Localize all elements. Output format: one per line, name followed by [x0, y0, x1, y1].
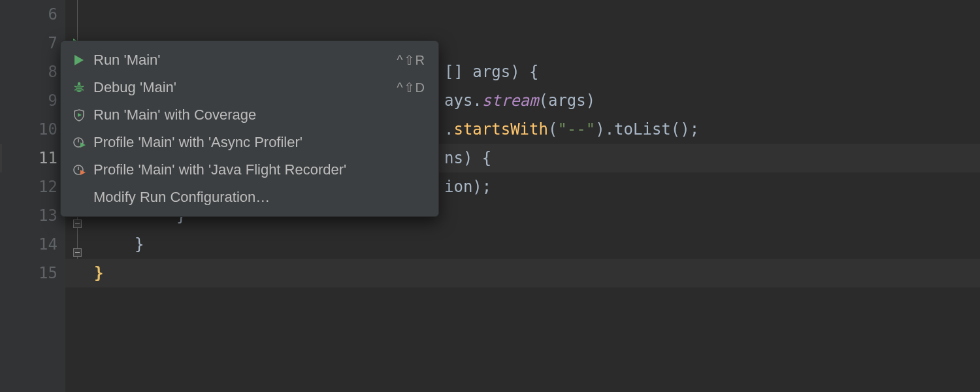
- code-line[interactable]: [65, 0, 980, 29]
- run-icon: [70, 54, 88, 67]
- menu-item-debug[interactable]: Debug 'Main' ^⇧D: [61, 74, 438, 101]
- shield-run-icon: [70, 108, 88, 122]
- code-line[interactable]: }: [65, 259, 980, 287]
- menu-label: Run 'Main': [93, 52, 384, 69]
- line-number: 9: [48, 91, 57, 110]
- menu-shortcut: ^⇧R: [397, 52, 425, 68]
- gutter-row[interactable]: 11: [0, 144, 65, 172]
- line-number: 13: [39, 206, 57, 225]
- code-fragment: stream: [482, 91, 539, 110]
- code-fragment: (args): [539, 91, 596, 110]
- profiler-icon: [70, 136, 88, 149]
- code-fragment: ays.: [444, 91, 482, 110]
- run-context-menu: Run 'Main' ^⇧R Debug 'Main' ^⇧D: [60, 41, 439, 217]
- code-fragment: [] args) {: [444, 63, 539, 81]
- code-fragment: "--": [557, 120, 595, 139]
- gutter-row[interactable]: 15: [0, 259, 65, 287]
- line-number: 6: [48, 5, 57, 24]
- code-fragment: (: [548, 120, 557, 139]
- svg-marker-12: [78, 113, 82, 117]
- menu-item-profile-jfr[interactable]: Profile 'Main' with 'Java Flight Recorde…: [61, 156, 438, 184]
- menu-item-profile-async[interactable]: Profile 'Main' with 'Async Profiler': [61, 129, 438, 156]
- gutter-row[interactable]: 8: [0, 57, 65, 86]
- gutter-row[interactable]: 14: [0, 230, 65, 259]
- menu-item-run[interactable]: Run 'Main' ^⇧R: [61, 46, 438, 74]
- bug-icon: [70, 81, 88, 94]
- line-number: 7: [48, 34, 57, 52]
- code-fragment: .: [444, 120, 453, 139]
- menu-label: Modify Run Configuration…: [93, 189, 425, 206]
- line-number: 12: [39, 178, 57, 196]
- line-number: 15: [39, 264, 57, 282]
- code-fragment: ns) {: [444, 149, 491, 167]
- code-fragment: ).toList();: [595, 120, 699, 139]
- gutter-row[interactable]: 6: [0, 0, 65, 29]
- code-fragment: startsWith: [453, 120, 548, 139]
- menu-shortcut: ^⇧D: [397, 80, 425, 95]
- svg-line-8: [74, 86, 76, 87]
- svg-rect-4: [76, 86, 82, 86]
- svg-rect-6: [76, 90, 82, 90]
- line-number: 11: [39, 149, 57, 167]
- menu-label: Profile 'Main' with 'Async Profiler': [93, 134, 425, 151]
- svg-line-11: [82, 90, 84, 90]
- code-fragment: }: [135, 235, 144, 253]
- gutter-row[interactable]: 12: [0, 172, 65, 201]
- svg-marker-2: [74, 55, 84, 65]
- code-fragment: }: [94, 264, 103, 282]
- svg-point-7: [78, 82, 80, 85]
- line-number-gutter: 6 7 8 9 10 11 12 13 14: [0, 0, 65, 392]
- svg-rect-5: [76, 88, 82, 88]
- gutter-row[interactable]: 9: [0, 86, 65, 115]
- gutter-row[interactable]: 7: [0, 29, 65, 57]
- line-number: 8: [48, 63, 57, 81]
- menu-item-modify-config[interactable]: Modify Run Configuration…: [61, 184, 438, 211]
- svg-line-9: [82, 86, 84, 87]
- menu-label: Run 'Main' with Coverage: [93, 106, 425, 123]
- profiler-icon: [70, 163, 88, 176]
- svg-line-10: [74, 90, 76, 90]
- line-number: 10: [39, 120, 57, 139]
- gutter-row[interactable]: 10: [0, 115, 65, 144]
- menu-label: Debug 'Main': [93, 79, 384, 96]
- menu-item-coverage[interactable]: Run 'Main' with Coverage: [61, 101, 438, 129]
- line-number: 14: [39, 235, 57, 253]
- code-fragment: ion);: [444, 178, 491, 196]
- gutter-row[interactable]: 13: [0, 201, 65, 230]
- menu-label: Profile 'Main' with 'Java Flight Recorde…: [93, 161, 425, 178]
- code-line[interactable]: }: [65, 230, 980, 259]
